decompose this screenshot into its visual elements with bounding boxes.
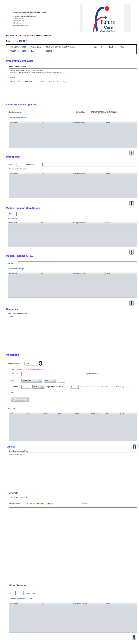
uss-table: Department ID Investigation/Service Stat… xyxy=(8,221,137,247)
medication-entry-box: Please select the Drug from Drug suggess… xyxy=(6,367,137,405)
letterhead-underline xyxy=(13,14,72,14)
letterhead-phone2: T: +24 84 225 252 xyxy=(13,20,36,22)
diagnosis-title: Diagnosis xyxy=(6,308,18,311)
consult-date-label: Date : xyxy=(6,40,18,42)
drug-list-body[interactable] xyxy=(9,415,136,441)
meal-select[interactable]: Before Meal xyxy=(21,379,42,382)
laboratory-title: Laboratory Investigations xyxy=(6,103,37,106)
other-qty-input[interactable] xyxy=(16,591,24,595)
xray-input[interactable] xyxy=(18,262,137,265)
per-meal-input[interactable] xyxy=(70,385,78,389)
logo-tagline: Body Mind Soul xyxy=(100,30,116,32)
recommended-lab-testings-link[interactable]: Recommended Lab Testings xyxy=(9,117,29,119)
recommended-uss-link[interactable]: Recommended USS xyxy=(8,218,22,219)
chevron-down-icon xyxy=(41,385,44,388)
procedures-input[interactable] xyxy=(42,162,137,166)
logo-word-future: Future xyxy=(100,19,115,25)
letterhead-company-no: Company No.8417652-2 xyxy=(13,24,36,26)
gender-label: Gender : xyxy=(109,46,116,48)
other-services-body[interactable] xyxy=(9,605,136,633)
col-department: Department xyxy=(9,172,41,175)
col-qty: Qty xyxy=(120,412,136,415)
consultation-page: { "colors": { "heading": "#3a3af0", "lin… xyxy=(0,0,139,644)
reffering-doctor-input[interactable] xyxy=(26,502,66,506)
drug-list-label: Drug List xyxy=(8,408,15,410)
diagnosis-textarea[interactable]: Stable xyxy=(8,315,137,347)
drug-label: Drug : xyxy=(11,373,18,374)
trash-icon xyxy=(130,250,133,254)
consulted-by-value: Dr. ORITSETSETOS RAPHAEL PINNICK xyxy=(20,34,51,36)
advice-delete-button[interactable] xyxy=(132,442,138,450)
uss-delete-button[interactable] xyxy=(130,249,134,254)
procedures-delete-button[interactable] xyxy=(130,200,134,206)
complaints-textarea[interactable]: pt seen, managed for ?UTI, ?PUD, ?Muscle… xyxy=(9,68,137,99)
consult-date-value: 2024-03-07 xyxy=(19,40,27,42)
col-investigation: Investigation/Service xyxy=(72,172,105,175)
visit-id-label: Visit ID : xyxy=(10,50,19,52)
lab-delete-button[interactable] xyxy=(130,150,134,156)
col-status: Status xyxy=(105,602,136,605)
other-services-input[interactable] xyxy=(44,591,137,595)
patient-name-value: MADHURA ERANGA BANDARA YAPA... xyxy=(46,46,75,48)
diagnosis-label: Enter Diagnosis Details Here xyxy=(8,312,28,314)
lab-investigation-input[interactable] xyxy=(32,110,66,114)
prescription-id-input[interactable] xyxy=(24,362,37,366)
procedures-qty-input[interactable] xyxy=(15,162,23,166)
other-services-delete-button[interactable] xyxy=(132,634,136,640)
drug-input[interactable] xyxy=(21,372,82,376)
lab-table-body[interactable] xyxy=(9,124,136,148)
duration-unit-value: Day/s xyxy=(32,385,41,388)
trash-icon xyxy=(133,635,136,639)
prescription-refresh-button[interactable] xyxy=(38,361,43,366)
reffering-doctor-label: Reffering Doctor xyxy=(9,503,20,504)
consultant-input[interactable] xyxy=(94,502,129,506)
procedures-label: Procedures : xyxy=(26,164,35,166)
frequency-select[interactable]: OD xyxy=(44,379,56,382)
frequency-select-value: OD xyxy=(44,379,53,382)
recommended-xrays-link[interactable]: Recommended X-Rays xyxy=(8,268,24,270)
col-way: Way xyxy=(57,412,73,415)
uss-input[interactable] xyxy=(16,212,137,216)
col-id: ID xyxy=(40,272,72,275)
letterhead-phone1: T: +24 82 593 593 xyxy=(13,17,36,20)
uss-label: USS : xyxy=(9,213,13,215)
advice-title: Advice xyxy=(7,445,16,448)
drug-suggestion-alert: Please select the Drug from Drug suggess… xyxy=(11,368,46,370)
procedures-title: Procedures xyxy=(6,156,20,158)
patient-name-label: Patient Name : xyxy=(31,46,42,48)
patient-id-label: Patient ID : xyxy=(10,46,19,48)
procedures-table-body[interactable] xyxy=(9,175,136,198)
col-duration: Duration xyxy=(73,412,89,415)
gender-value: Male xyxy=(120,46,124,48)
frequency-qty-input[interactable] xyxy=(58,379,65,382)
duration-unit-select[interactable]: Day/s xyxy=(32,385,44,389)
col-investigation: Investigation/Service xyxy=(72,221,104,224)
recommended-other-services-link[interactable]: Recommended Other Services xyxy=(10,598,32,600)
refferal-list-box[interactable] xyxy=(9,508,137,580)
letterhead-title: Future Care by Future Holdings (Pty) Lim… xyxy=(13,12,46,14)
uss-table-header: Department ID Investigation/Service Stat… xyxy=(8,221,136,224)
meal-select-value: Before Meal xyxy=(22,379,39,382)
uss-table-body[interactable] xyxy=(8,224,136,248)
procedures-qty-label: Qty : xyxy=(9,164,12,166)
advice-textarea[interactable]: continue current mgt xyxy=(8,452,137,486)
chevron-down-icon xyxy=(39,379,42,382)
refresh-icon xyxy=(38,361,43,366)
recommended-procedures-link[interactable]: Recommended Procedures xyxy=(9,168,28,170)
add-drug-button[interactable]: Add Drug xyxy=(11,397,30,402)
presenting-complaints-title: Presenting Complaints xyxy=(6,60,33,62)
trash-icon xyxy=(130,150,133,155)
xray-table-body[interactable] xyxy=(8,275,136,298)
duration-input[interactable] xyxy=(21,385,31,389)
col-id: ID xyxy=(41,172,72,175)
logo-red-dot xyxy=(105,6,110,11)
other-qty-label: Qty : xyxy=(9,592,12,594)
other-services-header: Department ID Investigation / Service St… xyxy=(9,602,136,605)
letterhead-address-block: Le Chainter,Victoria,Mahe,Seychelles T: … xyxy=(13,15,36,26)
col-duration-type: Duration Type xyxy=(89,412,105,415)
patient-info-bar: Patient ID : 6012 Patient Name : MADHURA… xyxy=(6,44,137,54)
special-notes-input[interactable] xyxy=(103,372,127,376)
uss-title: Medical Imaging Ultra Sound xyxy=(6,207,40,210)
lab-testings-table: Department ID Investigation/Service Stat… xyxy=(9,121,137,148)
xray-delete-button[interactable] xyxy=(130,300,134,306)
